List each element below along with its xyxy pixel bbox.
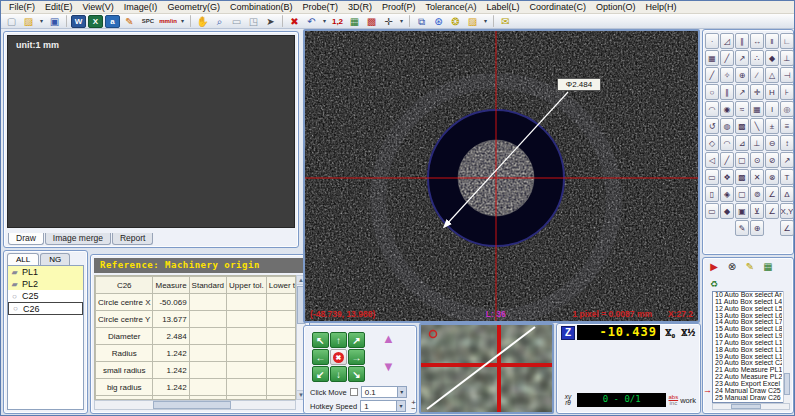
measure-tool-button[interactable]: ∕: [750, 67, 764, 83]
program-step[interactable]: 15 Auto Box select L8: [713, 326, 782, 333]
label-12-icon[interactable]: 1,2: [330, 15, 345, 28]
move-down-left-button[interactable]: ↙: [312, 366, 329, 382]
toolbar-separator[interactable]: [282, 15, 283, 27]
measure-tool-button[interactable]: ◍: [720, 118, 734, 134]
measure-tool-button[interactable]: ∥: [720, 84, 734, 100]
excel-export-icon[interactable]: X: [88, 15, 103, 28]
spc-icon[interactable]: SPC: [139, 15, 157, 28]
measure-tool-button[interactable]: ○: [705, 84, 719, 100]
measure-tool-button[interactable]: ▢: [735, 186, 749, 202]
measure-tool-button[interactable]: ⊖: [765, 135, 779, 151]
edit-icon[interactable]: ✎: [743, 260, 757, 273]
measure-tool-button[interactable]: ◈: [720, 186, 734, 202]
measure-tool-button[interactable]: ◇: [705, 135, 719, 151]
measure-tool-button[interactable]: ✧: [720, 67, 734, 83]
Circle centre Y[interactable]: Circle centre Y 13.677: [96, 311, 297, 328]
z-up-button[interactable]: ▲: [382, 334, 395, 344]
measure-tool-button[interactable]: ∠: [780, 220, 794, 236]
measure-tool-button[interactable]: ◆: [720, 203, 734, 219]
access-export-icon[interactable]: a: [105, 15, 120, 28]
toolbar-separator[interactable]: [493, 15, 494, 27]
program-step[interactable]: 21 Auto Measure PL1: [713, 367, 782, 374]
measure-tool-button[interactable]: ↕: [780, 135, 794, 151]
open-file-icon[interactable]: ▨: [21, 15, 36, 28]
measure-tool-button[interactable]: ⊻: [750, 203, 764, 219]
move-down-right-button[interactable]: ↘: [348, 366, 365, 382]
measure-tool-button[interactable]: ╱: [705, 67, 719, 83]
feature-item-pl1[interactable]: ▰ PL1: [8, 266, 83, 278]
run-icon[interactable]: ▶: [707, 260, 721, 273]
word-export-icon[interactable]: W: [71, 15, 86, 28]
tile-icon[interactable]: ▦: [761, 260, 775, 273]
tab-report[interactable]: Report: [112, 233, 154, 245]
measure-tool-button[interactable]: ▢: [735, 152, 749, 168]
measure-tool-button[interactable]: ±: [765, 118, 779, 134]
program-step[interactable]: 11 Auto Box select L4: [713, 299, 782, 306]
measure-tool-button[interactable]: ↗: [780, 152, 794, 168]
measure-tool-button[interactable]: H: [765, 84, 779, 100]
coordinate-mode-button[interactable]: xy rθ: [561, 394, 575, 406]
measure-tool-button[interactable]: ◿: [720, 33, 734, 49]
measure-tool-button[interactable]: ≈: [735, 101, 749, 117]
measure-tool-button[interactable]: ↗: [735, 84, 749, 100]
measure-tool-button[interactable]: ◁: [705, 152, 719, 168]
globe-icon[interactable]: ⊛: [431, 15, 446, 28]
measure-tool-button[interactable]: ◎: [780, 101, 794, 117]
new-file-icon[interactable]: ▢: [4, 15, 19, 28]
draw-canvas[interactable]: unit:1 mm: [7, 35, 295, 228]
click-move-checkbox[interactable]: [350, 388, 358, 396]
feature-item-c26[interactable]: ○ C26: [8, 302, 83, 315]
toolbar-separator[interactable]: [66, 15, 67, 27]
stop-button[interactable]: ✖: [330, 349, 347, 365]
hotkey-speed-select[interactable]: 1 ▾: [360, 400, 406, 412]
measure-tool-button[interactable]: ◉: [720, 101, 734, 117]
measure-tool-button[interactable]: ▭: [705, 169, 719, 185]
measure-tool-button[interactable]: ◆: [765, 50, 779, 66]
Radius[interactable]: Radius 1.242: [96, 345, 297, 362]
chevron-down-icon[interactable]: ▾: [396, 401, 405, 411]
program-step[interactable]: 18 Auto Box select L11: [713, 347, 782, 354]
menu-item[interactable]: Help(H): [641, 1, 682, 13]
menu-item[interactable]: Probe(T): [297, 1, 343, 13]
measure-tool-button[interactable]: ▩: [735, 118, 749, 134]
move-left-button[interactable]: ←: [312, 349, 329, 365]
measure-tool-button[interactable]: ⊚: [750, 186, 764, 202]
measure-tool-button[interactable]: ✕: [750, 169, 764, 185]
measure-tool-button[interactable]: ✛: [750, 84, 764, 100]
abs-inc-toggle[interactable]: abs inc: [668, 394, 678, 406]
measure-tool-button[interactable]: ↔: [750, 33, 764, 49]
mail-icon[interactable]: ✉: [498, 15, 513, 28]
menu-item[interactable]: Coordinate(C): [525, 1, 592, 13]
move-up-button[interactable]: ↑: [330, 332, 347, 348]
tab-draw[interactable]: Draw: [8, 233, 44, 245]
feature-item-pl2[interactable]: ▰ PL2: [8, 278, 83, 290]
measure-tool-button[interactable]: ↺: [705, 118, 719, 134]
measure-tool-button[interactable]: ⊥: [780, 50, 794, 66]
zoom-region-icon[interactable]: ◳: [246, 15, 261, 28]
measure-tool-button[interactable]: ◠: [720, 135, 734, 151]
program-step[interactable]: 12 Auto Box select L5: [713, 306, 782, 313]
program-step[interactable]: 24 Manual Draw C25: [713, 388, 782, 395]
axis-half-button[interactable]: Z½: [680, 327, 696, 338]
scroll-thumb[interactable]: [153, 401, 231, 409]
measure-tool-button[interactable]: ∠: [765, 203, 779, 219]
unit-dropdown[interactable]: ▾: [179, 15, 186, 28]
measure-tool-button[interactable]: ∥: [735, 33, 749, 49]
unit-mm-inch-icon[interactable]: mm/in: [159, 15, 177, 28]
program-step[interactable]: 25 Manual Draw C26: [713, 395, 782, 402]
magnifier-view[interactable]: [419, 323, 554, 414]
report-icon[interactable]: ✎: [122, 15, 137, 28]
speed-minus-button[interactable]: −: [411, 406, 416, 412]
camera-view[interactable]: Φ2.484 (-48.739, 13.988) L: 36 1 pixel =…: [303, 29, 700, 323]
tab-image-merge[interactable]: Image merge: [45, 233, 111, 245]
program-step[interactable]: 16 Auto Box select L9: [713, 333, 782, 340]
program-step[interactable]: 22 Auto Measure PL2: [713, 374, 782, 381]
measure-tool-button[interactable]: ╲: [750, 118, 764, 134]
array-icon[interactable]: ▩: [364, 15, 379, 28]
pointer-icon[interactable]: ➤: [263, 15, 278, 28]
program-step[interactable]: 19 Auto Box select L12: [713, 354, 782, 361]
measure-tool-button[interactable]: ⊦: [780, 84, 794, 100]
measure-tool-button[interactable]: ▦: [705, 50, 719, 66]
open-file-dropdown[interactable]: ▾: [38, 15, 45, 28]
toolbar-separator[interactable]: [409, 15, 410, 27]
